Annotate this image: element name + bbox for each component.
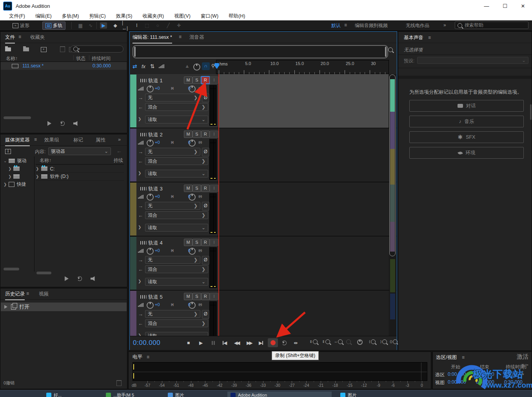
metronome-icon[interactable]: ▲ [185,63,190,69]
volume-value[interactable]: +0 [155,248,160,253]
move-tool[interactable]: ▶ [100,22,107,29]
razor-tool[interactable]: ◆ [112,22,119,29]
chevron-right-icon[interactable]: ❯ [8,174,11,179]
record-arm-button[interactable]: R [201,131,210,138]
loop-playback-button[interactable] [282,339,287,346]
automation-expand-icon[interactable]: ❯ [138,333,141,336]
track-routing-icon[interactable]: ⇄ [133,63,137,69]
phase-button[interactable]: Ø [202,256,209,265]
output-dropdown[interactable]: 混合❯ [145,157,208,165]
mute-button[interactable]: M [184,185,192,192]
volume-knob[interactable] [147,85,154,92]
tree-item[interactable]: ⌄驱动 [4,157,26,165]
files-panel-menu-icon[interactable]: ≡ [18,34,21,40]
editor-menu-icon[interactable]: ≡ [179,34,182,40]
skip-to-end-button[interactable]: ▶ [259,339,263,346]
automation-mode-dropdown[interactable]: 读取⌄ [145,224,208,232]
workspace-3[interactable]: 无线电作品 [406,22,429,29]
volume-value[interactable]: +0 [155,302,160,307]
tree-splitter[interactable] [34,156,34,272]
timer-record-icon[interactable] [193,63,200,71]
track-color-strip[interactable] [130,237,136,290]
automation-mode-dropdown[interactable]: 读取⌄ [145,170,208,178]
time-display[interactable]: 0:00.000 [133,339,160,347]
volume-knob[interactable] [147,248,154,255]
search-help-box[interactable]: 搜索帮助 [455,22,528,29]
monitor-input-icon[interactable]: ((•)) [198,303,202,306]
monitor-input-icon[interactable]: ((•)) [198,248,202,252]
solo-button[interactable]: S [192,239,201,246]
record-arm-button[interactable]: R [201,76,210,84]
time-selection-tool[interactable]: I [133,22,140,29]
tab-media-browser[interactable]: 媒体浏览器 [5,137,30,146]
taskbar-item[interactable]: ...助手(M 5 [103,392,137,397]
phase-button[interactable]: Ø [202,148,209,156]
tree-item[interactable]: ❯ [8,173,22,180]
zoom-to-in-point-button[interactable]: ⟨ [369,339,376,344]
track-name[interactable]: 轨道 2 [148,131,163,138]
input-monitor-button[interactable]: I [210,239,218,246]
play-button[interactable]: ▶ [199,339,203,346]
lasso-selection-tool[interactable]: ○ [154,22,161,29]
track-name[interactable]: 轨道 4 [148,239,163,247]
column-duration[interactable]: 持续时间 [92,55,111,62]
open-file-icon[interactable] [5,47,11,51]
input-dropdown[interactable]: 无❯ [145,310,200,318]
levels-menu-icon[interactable]: ≡ [147,354,149,360]
import-file-icon[interactable] [23,47,29,51]
phase-button[interactable]: Ø [202,94,209,102]
essential-sound-menu-icon[interactable]: ≡ [428,35,431,40]
input-monitor-button[interactable]: I [210,293,218,300]
menu-item[interactable]: 窗口(W) [196,13,223,20]
output-dropdown[interactable]: 混合❯ [145,103,208,111]
taskbar-item[interactable]: 图片 [165,392,187,397]
skip-selection-button[interactable]: ⇹ [294,339,298,346]
automation-expand-icon[interactable]: ❯ [138,171,141,175]
zoom-overview-icon[interactable] [388,47,393,52]
tab-markers[interactable]: 标记 [73,137,83,143]
mute-button[interactable]: M [184,239,192,246]
track-fx-icon[interactable]: fx [142,63,145,69]
track-name[interactable]: 轨道 3 [148,185,163,192]
workspace-1[interactable]: 默认 [331,22,341,29]
pan-value[interactable]: 0 [188,194,191,199]
minimize-button[interactable]: — [478,0,496,12]
preview-autoplay-icon[interactable] [73,121,79,126]
selection-view-menu-icon[interactable]: ≡ [462,355,465,360]
preview-loop-icon[interactable] [60,121,65,126]
volume-value[interactable]: +0 [155,140,160,145]
monitor-input-icon[interactable]: ((•)) [198,86,202,90]
track-clip-area[interactable] [219,290,389,336]
paintbrush-tool[interactable]: ╱ [165,22,172,29]
record-arm-button[interactable]: R [201,239,210,246]
track-name[interactable]: 轨道 1 [148,77,163,84]
waveform-view-button[interactable]: ≈ 波形 [9,22,33,30]
tab-favorites[interactable]: 收藏夹 [30,34,45,41]
column-status[interactable]: 状态 [76,55,85,62]
track-clip-area[interactable] [219,128,389,182]
output-dropdown[interactable]: 混合❯ [145,265,208,273]
automation-mode-dropdown[interactable]: 读取⌄ [145,116,208,123]
volume-value[interactable]: +0 [155,86,160,91]
navigator-thumb[interactable] [389,74,396,256]
menu-item[interactable]: 文件(F) [4,13,30,20]
tab-files[interactable]: 文件 [5,34,15,44]
zoom-to-out-point-button[interactable]: ⟩ [380,339,387,344]
record-arm-button[interactable]: R [201,185,210,192]
menu-item[interactable]: 收藏夹(R) [137,13,169,20]
tab-properties[interactable]: 属性 [96,137,105,143]
preview-play-icon[interactable] [47,121,51,126]
solo-button[interactable]: S [192,185,201,192]
pan-value[interactable]: 0 [188,302,191,307]
menu-item[interactable]: 视图(V) [169,13,196,20]
track-color-strip[interactable] [130,291,136,336]
monitor-input-icon[interactable]: ((•)) [198,194,202,198]
output-dropdown[interactable]: 混合❯ [145,319,208,327]
pan-value[interactable]: 0 [188,140,191,145]
marquee-selection-tool[interactable]: ⬚ [143,22,151,29]
maximize-button[interactable]: ☐ [496,0,514,12]
rewind-button[interactable]: ◀◀ [234,339,239,346]
track-clip-area[interactable] [219,74,389,128]
media-list-item[interactable]: ❯C: [36,165,124,173]
track-eq-icon[interactable] [159,64,164,68]
